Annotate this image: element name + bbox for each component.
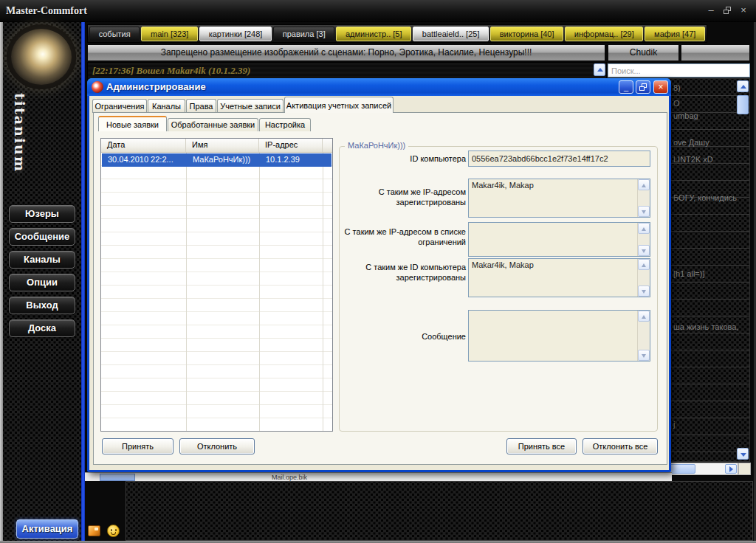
accept-button[interactable]: Принять bbox=[102, 438, 173, 454]
tab-processed-requests[interactable]: Обработанные заявки bbox=[168, 118, 258, 131]
field-scrollbar[interactable] bbox=[637, 259, 650, 297]
requests-table: Дата Имя IP-адрес 30.04.2010 22:2... МаК… bbox=[100, 138, 333, 432]
message-input-area[interactable] bbox=[126, 481, 753, 541]
activation-button[interactable]: Активация bbox=[16, 519, 78, 539]
same-ip-restricted-textarea[interactable] bbox=[469, 223, 638, 256]
cell-date: 30.04.2010 22:2... bbox=[102, 153, 187, 167]
image-icon[interactable] bbox=[88, 525, 100, 536]
channel-tab-quiz[interactable]: викторина [40] bbox=[490, 27, 563, 41]
hscroll-right-icon[interactable] bbox=[725, 464, 737, 474]
field-label-same-ip-registered: С таким же IP-адресом зарегистрированы bbox=[343, 187, 466, 207]
background-window-sliver: Mail.ope.bik bbox=[85, 472, 672, 481]
background-window-text: Mail.ope.bik bbox=[272, 474, 307, 481]
minimize-icon[interactable]: – bbox=[704, 4, 718, 16]
nickname-button[interactable]: Chudik bbox=[608, 44, 679, 61]
channel-tab-events[interactable]: события bbox=[89, 27, 140, 41]
dialog-minimize-icon[interactable]: _ bbox=[619, 80, 633, 94]
table-row[interactable]: 30.04.2010 22:2... МаКаРоНчИк))) 10.1.2.… bbox=[102, 153, 331, 167]
tab-new-requests[interactable]: Новые заявки bbox=[98, 116, 167, 131]
user-list-item[interactable]: LINT2K xD bbox=[673, 155, 713, 164]
chat-scroll-up-icon[interactable] bbox=[594, 63, 605, 76]
user-list-item[interactable]: [h1 all=)] bbox=[673, 269, 705, 278]
channel-tab-battlefield[interactable]: battleaield.. [25] bbox=[413, 27, 489, 41]
close-icon[interactable]: × bbox=[737, 4, 750, 16]
tab-account-activation[interactable]: Активация учетных записей bbox=[284, 97, 394, 113]
smiley-icon[interactable] bbox=[107, 525, 120, 537]
table-header: Дата Имя IP-адрес bbox=[101, 139, 332, 153]
message-textarea[interactable] bbox=[469, 311, 638, 361]
sidebar-item-options[interactable]: Опции bbox=[9, 274, 75, 291]
logo-orb-icon bbox=[7, 24, 76, 89]
tab-accounts[interactable]: Учетные записи bbox=[217, 99, 284, 113]
userlist-scroll-up-icon[interactable] bbox=[737, 80, 749, 92]
computer-id-input[interactable] bbox=[469, 151, 650, 166]
column-header-ip[interactable]: IP-адрес bbox=[259, 139, 323, 152]
channel-tabbar: события main [323] картинки [248] правил… bbox=[87, 24, 707, 43]
tab-restrictions[interactable]: Ограничения bbox=[92, 99, 147, 113]
same-ip-registered-textarea[interactable]: Makar4ik, Makap bbox=[469, 179, 638, 217]
channel-tab-info[interactable]: информац.. [29] bbox=[565, 27, 643, 41]
field-scrollbar[interactable] bbox=[637, 179, 650, 217]
decline-all-button[interactable]: Отклонить все bbox=[583, 438, 658, 454]
cell-name: МаКаРоНчИк))) bbox=[187, 153, 260, 167]
dialog-title: Администрирование bbox=[106, 81, 206, 92]
chat-message: [22:17:36] Вошел Makar4ik (10.1.2.39) bbox=[92, 65, 250, 77]
field-scrollbar[interactable] bbox=[637, 311, 650, 361]
cell-ip: 10.1.2.39 bbox=[260, 153, 323, 167]
field-label-computer-id: ID компьютера bbox=[343, 153, 466, 164]
tab-rights[interactable]: Права bbox=[186, 99, 216, 113]
tab-settings[interactable]: Настройка bbox=[259, 118, 311, 131]
userlist-scroll-thumb[interactable] bbox=[737, 95, 749, 114]
dialog-titlebar[interactable]: Администрирование _ × bbox=[87, 78, 671, 96]
computer-id-field[interactable] bbox=[468, 151, 650, 167]
field-label-same-ip-restricted: С таким же IP-адресом в списке ограничен… bbox=[343, 226, 466, 247]
restore-icon[interactable] bbox=[721, 4, 734, 16]
sidebar-divider bbox=[81, 22, 85, 541]
user-list-item[interactable]: О bbox=[673, 99, 680, 108]
channel-tab-rules[interactable]: правила [3] bbox=[273, 27, 334, 41]
administration-dialog: Администрирование _ × Ограничения Каналы… bbox=[87, 78, 671, 472]
channel-tab-admin[interactable]: администр.. [5] bbox=[336, 27, 411, 41]
accept-all-button[interactable]: Принять все bbox=[506, 438, 577, 454]
userlist-scroll-down-icon[interactable] bbox=[737, 448, 749, 460]
same-ip-restricted-field[interactable] bbox=[468, 222, 650, 257]
app-titlebar: Master-Commfort – × bbox=[0, 0, 756, 22]
toolbar-panel bbox=[85, 481, 126, 541]
hscroll-thumb[interactable] bbox=[669, 464, 695, 474]
user-list-item[interactable]: БОГУ, кончидись bbox=[673, 193, 737, 202]
channel-tab-pictures[interactable]: картинки [248] bbox=[199, 27, 272, 41]
channel-tab-main[interactable]: main [323] bbox=[141, 27, 198, 41]
user-list-item[interactable]: umbag bbox=[673, 111, 698, 120]
field-label-same-id-registered: С таким же ID компьютера зарегистрирован… bbox=[343, 262, 466, 283]
secondary-button[interactable] bbox=[681, 44, 750, 61]
same-ip-registered-field[interactable]: Makar4ik, Makap bbox=[468, 179, 650, 218]
user-list-item[interactable]: 8) bbox=[673, 83, 681, 92]
same-id-registered-field[interactable]: Makar4ik, Makap bbox=[468, 258, 650, 297]
decline-button[interactable]: Отклонить bbox=[179, 438, 255, 454]
dialog-icon bbox=[92, 81, 103, 93]
user-list-item[interactable]: j bbox=[673, 420, 675, 429]
search-input[interactable] bbox=[608, 63, 750, 77]
sidebar-item-board[interactable]: Доска bbox=[9, 319, 75, 337]
channel-tab-mafia[interactable]: мафия [47] bbox=[645, 27, 705, 41]
tab-channels[interactable]: Каналы bbox=[148, 99, 185, 113]
user-list-item[interactable]: ove Дашу bbox=[673, 138, 709, 147]
same-id-registered-textarea[interactable]: Makar4ik, Makap bbox=[469, 259, 638, 297]
groupbox-title: МаКаРоНчИк))) bbox=[345, 141, 408, 150]
sidebar-menu: Юзеры Сообщение Каналы Опции Выход Доска bbox=[9, 205, 75, 337]
field-label-message: Сообщение bbox=[343, 331, 466, 342]
column-header-name[interactable]: Имя bbox=[186, 139, 259, 152]
application-window: Master-Commfort – × titanium Юзеры Сообщ… bbox=[0, 0, 756, 543]
dialog-close-icon[interactable]: × bbox=[653, 80, 668, 94]
dialog-restore-icon[interactable] bbox=[636, 80, 650, 94]
user-list-item[interactable]: ша жизнь такова, bbox=[673, 322, 738, 331]
sidebar-item-users[interactable]: Юзеры bbox=[9, 205, 75, 223]
logo-text: titanium bbox=[12, 93, 28, 189]
rules-banner: Запрещено размещение изображений с сцена… bbox=[87, 44, 605, 61]
sidebar-item-channels[interactable]: Каналы bbox=[9, 251, 75, 269]
field-scrollbar[interactable] bbox=[637, 223, 650, 256]
column-header-date[interactable]: Дата bbox=[101, 139, 186, 152]
sidebar-item-exit[interactable]: Выход bbox=[9, 297, 75, 314]
message-field[interactable] bbox=[468, 310, 650, 362]
sidebar-item-message[interactable]: Сообщение bbox=[9, 228, 75, 246]
